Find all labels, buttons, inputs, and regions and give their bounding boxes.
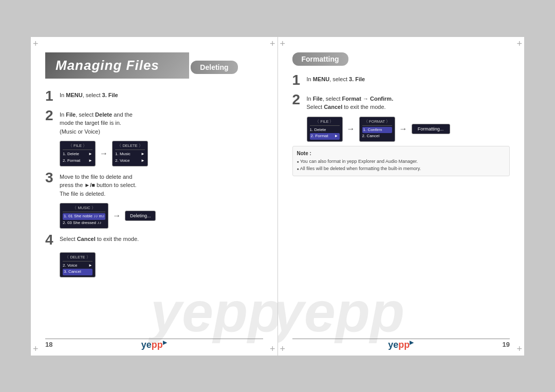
left-content: Managing Files Deleting 1 In MENU, selec…	[45, 52, 263, 278]
screen-file: 〈 FILE 〉 1. Delete► 2. Format►	[60, 141, 96, 166]
deleting-section-header: Deleting	[191, 61, 237, 74]
corner-mark-bl: +	[33, 344, 39, 353]
screen-delete-2-item-1: 2. Voice►	[63, 263, 92, 269]
screen-file-item-1: 1. Delete►	[63, 151, 92, 158]
screen-file-title: 〈 FILE 〉	[63, 143, 92, 150]
step-3: 3 Move to the file to delete andpress th…	[45, 171, 263, 198]
screen-delete-item-2: 2. Voice►	[115, 158, 145, 164]
r-step-2: 2 In File, select Format → Confirm.Selec…	[292, 92, 510, 111]
step-2-text: In File, select Delete and themode the t…	[60, 108, 133, 136]
corner-mark-r-bl: +	[280, 344, 286, 353]
yepp-logo-right: yepp▶	[388, 340, 414, 350]
corner-mark-r-tr: +	[516, 39, 522, 48]
corner-mark-r-tl: +	[280, 39, 286, 48]
screen-file-item-2: 2. Format►	[63, 158, 92, 164]
r-screen-format: 〈 FORMAT 〉 1. Confirm 2. Cancel	[359, 117, 395, 142]
screens-row-1: 〈 FILE 〉 1. Delete► 2. Format► → 〈 DELET…	[60, 141, 263, 166]
note-bullet-1: You can also format in yepp Explorer and…	[297, 158, 506, 165]
screen-music: 〈 MUSIC 〉 1. 01 She noble ♪♪ m♪ 2. 03 Sh…	[60, 203, 108, 229]
screen-delete-2-title: 〈 DELETE 〉	[63, 254, 92, 262]
screen-delete-2-item-2: 3. Cancel	[63, 269, 92, 275]
watermark-left: yepp	[151, 284, 278, 340]
watermark-right: yepp	[278, 284, 405, 340]
step-1-num: 1	[45, 89, 57, 103]
r-step-2-num: 2	[292, 92, 304, 107]
step-4: 4 Select Cancel to exit the mode.	[45, 233, 263, 247]
note-bullet-2: All files will be deleted when formattin…	[297, 165, 506, 172]
r-screen-format-item-2: 2. Cancel	[362, 133, 392, 140]
corner-mark-tl: +	[33, 39, 39, 48]
step-3-num: 3	[45, 171, 57, 185]
screens-row-2: 〈 MUSIC 〉 1. 01 She noble ♪♪ m♪ 2. 03 Sh…	[60, 203, 263, 229]
screen-delete-2: 〈 DELETE 〉 2. Voice► 3. Cancel	[60, 252, 96, 278]
screen-music-item-2: 2. 03 She dressed ♪♪	[63, 220, 105, 227]
corner-mark-br: +	[270, 344, 275, 353]
step-2-num: 2	[45, 108, 57, 123]
formatting-label: Formatting...	[412, 124, 450, 134]
step-3-text: Move to the file to delete andpress the …	[60, 171, 137, 198]
left-page: + + + + yepp Managing Files Deleting 1 I…	[31, 37, 278, 356]
r-arrow-2: →	[399, 124, 408, 134]
right-content: Formatting 1 In MENU, select 3. File 2 I…	[292, 52, 510, 176]
step-1-text: In MENU, select 3. File	[60, 89, 118, 100]
note-label: Note :	[297, 151, 311, 156]
step-4-num: 4	[45, 233, 57, 247]
title-banner: Managing Files	[45, 52, 189, 79]
r-step-2-text: In File, select Format → Confirm.Select …	[307, 92, 394, 111]
bottom-line-right	[292, 339, 510, 339]
arrow-2: →	[113, 211, 121, 220]
corner-mark-r-br: +	[516, 344, 522, 353]
screen-delete: 〈 DELETE 〉 1. Music► 2. Voice►	[112, 141, 148, 166]
deleting-label: Deleting...	[125, 211, 156, 221]
r-screens-row-1: 〈 FILE 〉 1. Delete 2. Format► → 〈 FORMAT…	[307, 117, 510, 142]
r-screen-format-title: 〈 FORMAT 〉	[362, 119, 392, 126]
bottom-line-left	[45, 339, 263, 339]
r-screen-file-item-2: 2. Format►	[310, 133, 340, 140]
yepp-logo-left: yepp▶	[141, 340, 167, 350]
page-spread: + + + + yepp Managing Files Deleting 1 I…	[31, 37, 524, 356]
r-step-1: 1 In MENU, select 3. File	[292, 73, 510, 87]
step-1: 1 In MENU, select 3. File	[45, 89, 263, 103]
page-num-right: 19	[503, 341, 510, 348]
formatting-section-header: Formatting	[292, 52, 348, 66]
screen-music-title: 〈 MUSIC 〉	[63, 205, 105, 212]
corner-mark-tr: +	[270, 39, 275, 48]
right-page: + + + + yepp Formatting 1 In MENU, selec…	[278, 37, 525, 356]
arrow-1: →	[100, 149, 108, 158]
r-arrow-1: →	[347, 124, 355, 134]
step-2: 2 In File, select Delete and themode the…	[45, 108, 263, 136]
r-screen-file-item-1: 1. Delete	[310, 127, 340, 134]
r-step-1-text: In MENU, select 3. File	[307, 73, 365, 84]
screen-music-item-1: 1. 01 She noble ♪♪ m♪	[63, 213, 105, 220]
step-4-text: Select Cancel to exit the mode.	[60, 233, 139, 244]
page-num-left: 18	[45, 341, 52, 348]
r-step-1-num: 1	[292, 73, 304, 87]
note-box: Note : You can also format in yepp Explo…	[292, 146, 510, 176]
screen-delete-title: 〈 DELETE 〉	[115, 143, 145, 150]
screens-row-3: 〈 DELETE 〉 2. Voice► 3. Cancel	[60, 252, 263, 278]
screen-delete-item-1: 1. Music►	[115, 151, 145, 158]
page-title: Managing Files	[55, 58, 179, 73]
r-screen-file-title: 〈 FILE 〉	[310, 119, 340, 126]
r-screen-file: 〈 FILE 〉 1. Delete 2. Format►	[307, 117, 343, 142]
r-screen-format-item-1: 1. Confirm	[362, 127, 392, 134]
